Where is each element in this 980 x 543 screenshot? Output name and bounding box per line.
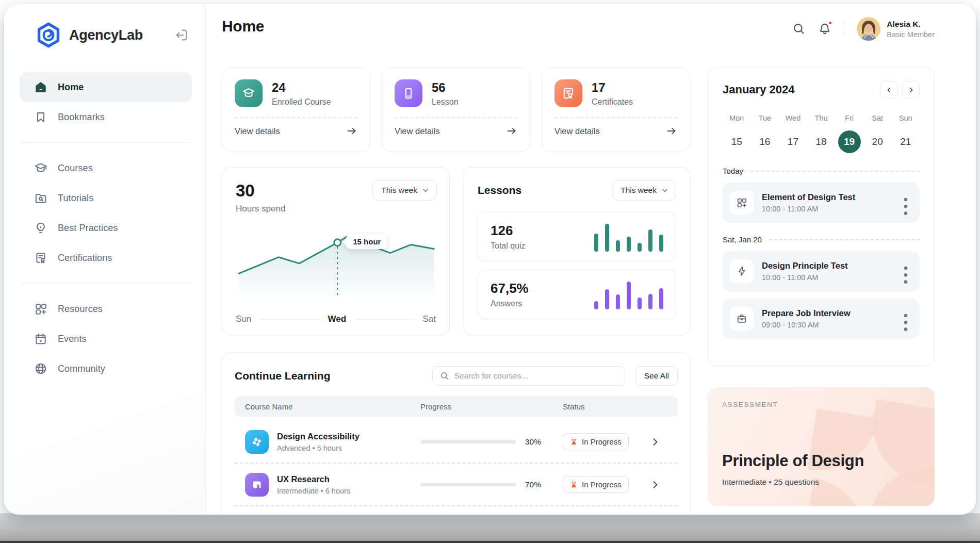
calendar-prev-button[interactable] xyxy=(880,81,897,98)
total-quiz-panel: 126 Total quiz xyxy=(478,212,676,261)
view-details-link[interactable]: View details xyxy=(395,125,517,137)
kebab-menu-icon[interactable] xyxy=(903,313,912,324)
assessment-card[interactable]: ASSESSMENT Principle of Design Intermedi… xyxy=(708,387,935,506)
calendar-date-19[interactable]: 19 xyxy=(838,130,861,153)
sidebar-item-tutorials[interactable]: Tutorials xyxy=(20,183,192,213)
chevron-right-icon[interactable] xyxy=(650,480,660,490)
sidebar-item-label: Best Practices xyxy=(58,223,118,234)
course-shape-icon xyxy=(245,473,269,497)
stats-row: 24 Enrolled Course View details 56 xyxy=(222,68,690,152)
table-row[interactable]: UX Research Intermediate • 6 hours 70% xyxy=(235,464,678,506)
grid-plus-icon xyxy=(730,191,754,215)
arrow-right-icon xyxy=(506,125,517,137)
status-badge: In Progress xyxy=(563,476,629,493)
kebab-menu-icon[interactable] xyxy=(903,266,912,277)
stat-card-certificates: 17 Certificates View details xyxy=(542,68,690,152)
stat-card-enrolled-course: 24 Enrolled Course View details xyxy=(222,68,370,152)
bar xyxy=(638,243,642,252)
lesson-device-icon xyxy=(395,79,422,107)
hourglass-icon xyxy=(570,438,578,446)
stat-value: 56 xyxy=(432,80,459,95)
table-header: Course Name Progress Status xyxy=(235,396,678,417)
calendar-date-18[interactable]: 18 xyxy=(807,130,836,153)
saturday-label: Sat, Jan 20 xyxy=(723,235,762,244)
saturday-divider: Sat, Jan 20 xyxy=(723,235,920,244)
lessons-filter-dropdown[interactable]: This week xyxy=(612,180,676,201)
event-title: Prepare Job Interview xyxy=(762,308,851,318)
page-title: Home xyxy=(222,18,264,35)
quiz-bar-chart xyxy=(594,222,663,252)
sidebar-item-certifications[interactable]: Certifications xyxy=(20,243,192,273)
chevron-right-icon[interactable] xyxy=(650,437,660,447)
status-label: In Progress xyxy=(582,437,622,446)
search-icon[interactable] xyxy=(792,22,806,36)
grid-plus-icon xyxy=(34,302,47,316)
course-search[interactable] xyxy=(432,366,625,386)
day-name: Mon xyxy=(723,114,751,122)
calendar-date-20[interactable]: 20 xyxy=(863,130,892,153)
notifications-bell-icon[interactable] xyxy=(818,22,831,36)
globe-icon xyxy=(34,362,47,375)
filter-label: This week xyxy=(381,186,417,195)
hours-spend-card: 30 Hours spend This week 15 hour Sun Wed… xyxy=(222,167,450,335)
bar xyxy=(616,294,620,309)
bar xyxy=(627,282,631,309)
bar xyxy=(605,224,609,252)
user-role: Basic Member xyxy=(887,30,935,39)
calendar-next-button[interactable] xyxy=(902,81,920,98)
course-meta: Intermediate • 6 hours xyxy=(277,487,350,495)
sidebar-item-home[interactable]: Home xyxy=(20,72,192,102)
lessons-card: Lessons This week 126 Total quiz 67,5 xyxy=(463,167,691,335)
sidebar-item-best-practices[interactable]: Best Practices xyxy=(20,213,192,243)
calendar-heart-icon xyxy=(34,332,47,345)
assessment-meta: Intermediate • 25 questions xyxy=(722,478,920,487)
continue-learning-card: Continue Learning See All Course Name Pr… xyxy=(222,352,691,515)
sidebar-item-label: Events xyxy=(58,334,87,344)
table-row[interactable]: Design Accessibility Advanced • 5 hours … xyxy=(235,421,678,464)
collapse-sidebar-icon[interactable] xyxy=(174,28,189,42)
course-search-input[interactable] xyxy=(454,371,617,381)
chart-tooltip: 15 hour xyxy=(346,234,387,249)
course-name: Design Accessibility xyxy=(277,432,360,441)
user-menu[interactable]: Alesia K. Basic Member xyxy=(857,17,935,41)
event-title: Element of Design Test xyxy=(762,192,855,202)
bar xyxy=(605,289,609,309)
calendar-date-16[interactable]: 16 xyxy=(751,130,779,153)
calendar-date-21[interactable]: 21 xyxy=(891,130,920,153)
view-details-link[interactable]: View details xyxy=(235,125,357,137)
event-item[interactable]: Prepare Job Interview 09:00 - 10:30 AM xyxy=(723,299,920,339)
sidebar-item-courses[interactable]: Courses xyxy=(20,153,192,183)
sidebar-item-events[interactable]: Events xyxy=(20,324,192,354)
sidebar-item-label: Home xyxy=(58,82,84,93)
quiz-label: Total quiz xyxy=(491,241,526,251)
dashed-divider xyxy=(235,117,357,118)
event-item[interactable]: Design Principle Test 10:00 - 11:00 AM xyxy=(723,251,920,291)
calendar-date-17[interactable]: 17 xyxy=(779,130,807,153)
graduation-cap-icon xyxy=(34,161,47,175)
app-window: AgencyLab Home Bookmarks Courses xyxy=(4,4,976,515)
assessment-title: Principle of Design xyxy=(722,452,920,470)
x-axis: Sun Wed Sat xyxy=(236,314,436,324)
brand-header: AgencyLab xyxy=(20,22,192,48)
calendar-date-15[interactable]: 15 xyxy=(723,130,751,153)
sidebar-divider xyxy=(22,283,190,284)
see-all-button[interactable]: See All xyxy=(635,366,678,386)
assessment-tag: ASSESSMENT xyxy=(722,401,920,408)
answers-bar-chart xyxy=(594,279,663,309)
sidebar-item-resources[interactable]: Resources xyxy=(20,294,192,324)
view-details-link[interactable]: View details xyxy=(554,125,677,137)
kebab-menu-icon[interactable] xyxy=(903,197,912,208)
event-item[interactable]: Element of Design Test 10:00 - 11:00 AM xyxy=(723,183,920,223)
event-time: 10:00 - 11:00 AM xyxy=(762,205,855,213)
sidebar-item-bookmarks[interactable]: Bookmarks xyxy=(20,102,192,132)
sidebar-item-label: Resources xyxy=(58,304,103,315)
continue-learning-title: Continue Learning xyxy=(235,370,422,382)
desk-surface xyxy=(0,513,980,543)
status-badge: In Progress xyxy=(563,433,629,450)
day-name: Thu xyxy=(807,114,836,122)
lightbulb-icon xyxy=(34,221,47,235)
hours-filter-dropdown[interactable]: This week xyxy=(372,180,437,201)
stat-label: Lesson xyxy=(432,97,459,107)
arrow-right-icon xyxy=(666,125,677,137)
sidebar-item-community[interactable]: Community xyxy=(20,354,192,384)
